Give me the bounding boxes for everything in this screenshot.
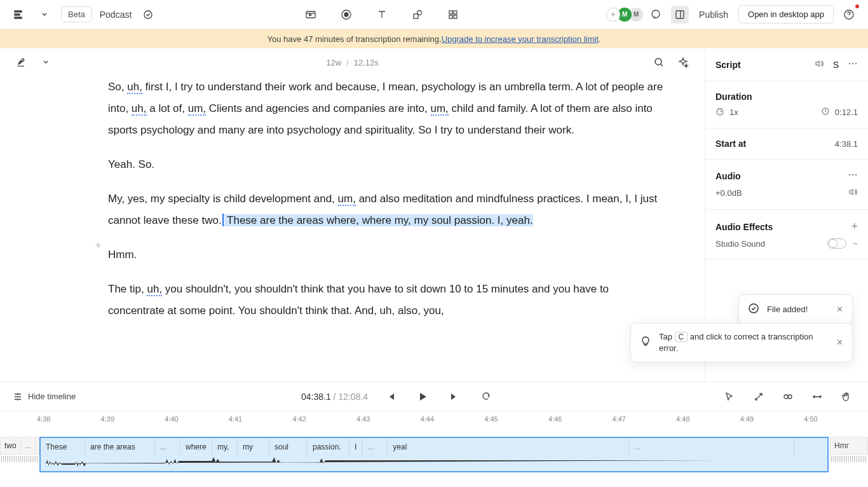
add-effect-icon[interactable]: + [851,220,858,233]
text-tool-icon[interactable] [373,6,391,24]
volume-icon[interactable] [814,58,824,71]
ruler-tick[interactable]: 4:47 [612,411,676,430]
transcript-paragraph[interactable]: So, uh, first I, I try to understand the… [108,76,667,141]
sparkle-icon[interactable] [674,53,692,71]
play-icon[interactable] [414,388,431,406]
volume-icon[interactable] [848,187,858,199]
close-icon[interactable]: ✕ [836,305,843,314]
toast-file-added: File added! ✕ [738,294,853,324]
ruler-tick[interactable]: 4:48 [676,411,740,430]
status-check-icon[interactable] [139,6,157,24]
ruler-tick[interactable]: 4:41 [229,411,293,430]
close-icon[interactable]: ✕ [836,338,843,347]
timeline-word[interactable]: yeal [388,438,629,456]
transcript-paragraph[interactable]: The tip, uh, you shouldn't, you shouldn'… [108,278,667,322]
chevron-down-icon[interactable] [36,6,53,24]
timeline[interactable]: 4:384:394:404:414:424:434:444:454:464:47… [0,411,868,487]
timeline-gap[interactable]: ... [629,438,794,456]
link-tool-icon[interactable] [779,388,797,406]
ruler-tick[interactable]: 4:42 [292,411,356,430]
ruler-tick[interactable]: 4:46 [548,411,613,430]
timeline-word[interactable]: where [180,438,212,456]
filler-word[interactable]: uh, [127,81,142,94]
filler-word[interactable]: um, [431,102,449,116]
add-block-icon[interactable]: + [95,235,101,256]
timeline-track[interactable]: two ... Theseare the areas...wheremy,mys… [0,437,868,475]
add-collaborator-icon[interactable]: + [606,8,620,22]
avatar-stack[interactable]: + M M [606,8,641,22]
timeline-word[interactable]: Hmr [834,441,849,450]
filler-word[interactable]: um, [338,193,356,206]
selected-text[interactable]: These are the areas where, where my, my … [224,214,533,226]
clip-adjacent[interactable]: two ... [0,437,39,455]
check-icon [748,303,759,316]
timeline-ruler[interactable]: 4:384:394:404:414:424:434:444:454:464:47… [0,411,868,430]
timeline-word[interactable]: are the areas [85,438,155,456]
transcript-paragraph[interactable]: Yeah. So. [108,154,667,175]
timeline-gap[interactable]: ... [155,438,180,456]
skip-forward-icon[interactable] [445,388,463,406]
search-icon[interactable] [650,53,668,71]
remove-effect-icon[interactable]: − [853,238,858,249]
ruler-tick[interactable]: 4:50 [804,411,868,430]
more-icon[interactable] [848,58,858,71]
chevron-down-icon[interactable] [37,53,55,71]
timeline-gap[interactable]: ... [21,437,36,454]
filler-word[interactable]: uh, [132,102,147,116]
publish-button[interactable]: Publish [695,10,732,20]
clip-adjacent[interactable]: Hmr [830,437,868,455]
studio-sound-toggle[interactable] [827,238,846,249]
record-icon[interactable] [337,6,355,24]
lightbulb-icon [640,336,651,349]
layout-video-icon[interactable] [302,6,320,24]
transcript-paragraph[interactable]: Hmm. [108,244,667,266]
timeline-word[interactable]: my, [212,438,238,456]
waveform [1,456,38,462]
effects-label: Audio Effects [715,222,773,232]
grid-icon[interactable] [444,6,462,24]
ruler-tick[interactable]: 4:44 [421,411,485,430]
shapes-icon[interactable] [409,6,426,24]
ruler-tick[interactable]: 4:49 [740,411,804,430]
svg-point-27 [788,395,792,399]
speed-icon[interactable] [715,107,724,118]
hide-timeline-button[interactable]: Hide timeline [13,392,76,402]
stretch-tool-icon[interactable] [808,388,826,406]
panel-toggle-icon[interactable] [671,6,689,24]
ruler-tick[interactable]: 4:39 [101,411,165,430]
filler-word[interactable]: um, [188,102,206,116]
ruler-tick[interactable]: 4:43 [356,411,421,430]
ruler-tick[interactable]: 4:45 [484,411,548,430]
ruler-tick[interactable]: 4:40 [165,411,229,430]
open-desktop-button[interactable]: Open in desktop app [738,5,834,24]
loop-icon[interactable] [477,388,495,406]
project-title[interactable]: Podcast [100,10,132,20]
timeline-word[interactable]: two [1,437,21,454]
script-badge[interactable]: S [833,60,839,70]
comment-icon[interactable] [647,6,665,24]
speaker-edit-icon[interactable] [13,53,31,71]
more-icon[interactable] [848,170,858,182]
app-menu-icon[interactable] [10,6,28,24]
pointer-tool-icon[interactable] [721,388,738,406]
filler-word[interactable]: uh, [147,283,162,296]
timeline-word[interactable]: my [238,438,269,456]
svg-point-13 [652,10,660,18]
transcript[interactable]: + So, uh, first I, I try to understand t… [0,76,705,381]
transcript-paragraph[interactable]: My, yes, my specialty is child developme… [108,188,667,231]
blade-tool-icon[interactable] [750,388,768,406]
start-at-value[interactable]: 4:38.1 [835,139,858,149]
speed-value[interactable]: 1x [729,107,738,117]
ruler-tick[interactable]: 4:38 [37,411,101,430]
beta-badge[interactable]: Beta [61,6,92,22]
help-icon[interactable] [840,6,858,24]
timeline-word[interactable]: passion. [308,438,349,456]
gain-value[interactable]: +0.0dB [715,188,742,198]
timeline-gap[interactable]: ... [362,438,388,456]
timeline-word[interactable]: soul [269,438,308,456]
skip-back-icon[interactable] [382,388,400,406]
timeline-word[interactable]: I [349,438,362,456]
upgrade-link[interactable]: Upgrade to increase your transcription l… [442,34,599,44]
hand-tool-icon[interactable] [837,388,855,406]
timeline-word[interactable]: These [41,438,85,456]
